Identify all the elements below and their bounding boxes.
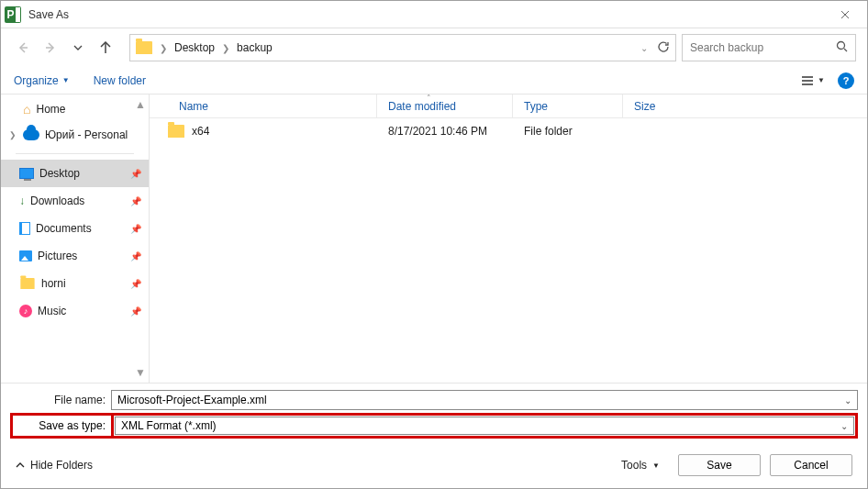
filetype-combo[interactable]: XML Format (*.xml) ⌄ bbox=[115, 417, 854, 435]
sidebar-item-downloads[interactable]: ↓ Downloads 📌 bbox=[1, 187, 149, 215]
refresh-button[interactable] bbox=[657, 40, 670, 56]
file-date: 8/17/2021 10:46 PM bbox=[377, 125, 513, 138]
svg-point-0 bbox=[838, 42, 845, 50]
nav-row: ❯ Desktop ❯ backup ⌄ bbox=[1, 28, 867, 67]
sidebar-item-pictures[interactable]: Pictures 📌 bbox=[1, 242, 149, 270]
sidebar: ⌂ Home ❯ Юрий - Personal Desktop 📌 ↓ Dow… bbox=[1, 94, 150, 383]
sidebar-item-label: Юрий - Personal bbox=[45, 128, 141, 141]
sidebar-item-music[interactable]: ♪ Music 📌 bbox=[1, 297, 149, 325]
sidebar-scrollbar[interactable]: ▲▼ bbox=[134, 98, 147, 379]
window-title: Save As bbox=[28, 8, 69, 21]
toolbar: Organize ▼ New folder ▼ ? bbox=[1, 67, 867, 94]
organize-label: Organize bbox=[14, 74, 59, 87]
column-date[interactable]: Date modified bbox=[377, 94, 513, 117]
nav-recent-button[interactable] bbox=[67, 37, 89, 59]
app-icon: P bbox=[5, 6, 21, 23]
sidebar-item-label: Home bbox=[36, 103, 141, 116]
save-button[interactable]: Save bbox=[678, 454, 761, 476]
divider bbox=[16, 153, 134, 154]
sort-indicator-icon: ˄ bbox=[427, 94, 431, 103]
save-fields: File name: ⌄ Save as type: XML Format (*… bbox=[1, 383, 867, 442]
sidebar-item-documents[interactable]: Documents 📌 bbox=[1, 215, 149, 242]
column-size[interactable]: Size bbox=[623, 94, 706, 117]
hide-folders-button[interactable]: Hide Folders bbox=[16, 459, 93, 472]
chevron-right-icon: ❯ bbox=[222, 43, 229, 53]
search-box[interactable] bbox=[682, 34, 856, 61]
tools-label: Tools bbox=[621, 459, 647, 472]
sidebar-item-label: Documents bbox=[36, 222, 125, 235]
chevron-up-icon bbox=[16, 462, 25, 468]
filename-row: File name: ⌄ bbox=[10, 389, 858, 411]
close-icon bbox=[840, 10, 850, 19]
search-input[interactable] bbox=[690, 41, 836, 54]
sidebar-item-onedrive[interactable]: ❯ Юрий - Personal bbox=[1, 122, 149, 148]
arrow-left-icon bbox=[17, 41, 29, 54]
file-row[interactable]: x64 8/17/2021 10:46 PM File folder bbox=[150, 118, 867, 144]
chevron-down-icon[interactable]: ⌄ bbox=[840, 421, 848, 431]
sidebar-item-label: horni bbox=[41, 277, 125, 290]
arrow-up-icon bbox=[99, 41, 112, 54]
sidebar-item-label: Downloads bbox=[30, 194, 125, 207]
download-icon: ↓ bbox=[19, 194, 25, 207]
chevron-down-icon: ▼ bbox=[62, 76, 70, 84]
music-icon: ♪ bbox=[19, 305, 32, 317]
help-button[interactable]: ? bbox=[838, 72, 854, 89]
filename-input[interactable] bbox=[117, 394, 844, 406]
sidebar-item-folder[interactable]: horni 📌 bbox=[1, 270, 149, 297]
chevron-down-icon: ▼ bbox=[652, 461, 660, 470]
folder-icon bbox=[20, 278, 34, 289]
search-icon bbox=[836, 40, 848, 55]
file-pane: ˄ Name Date modified Type Size x64 8/17/… bbox=[150, 94, 867, 383]
filetype-row: Save as type: XML Format (*.xml) ⌄ bbox=[10, 413, 858, 439]
sidebar-item-label: Desktop bbox=[39, 167, 125, 180]
chevron-right-icon[interactable]: ❯ bbox=[8, 130, 17, 139]
sidebar-item-desktop[interactable]: Desktop 📌 bbox=[1, 160, 149, 187]
nav-up-button[interactable] bbox=[95, 37, 117, 59]
chevron-down-icon bbox=[73, 45, 83, 50]
breadcrumb-part[interactable]: backup bbox=[237, 41, 273, 54]
sidebar-item-home[interactable]: ⌂ Home bbox=[1, 96, 149, 122]
cloud-icon bbox=[23, 129, 39, 140]
address-bar[interactable]: ❯ Desktop ❯ backup ⌄ bbox=[129, 34, 676, 61]
nav-back-button[interactable] bbox=[12, 37, 34, 59]
body: ⌂ Home ❯ Юрий - Personal Desktop 📌 ↓ Dow… bbox=[1, 94, 867, 383]
file-type: File folder bbox=[513, 125, 623, 138]
close-button[interactable] bbox=[827, 1, 863, 28]
new-folder-button[interactable]: New folder bbox=[94, 74, 146, 87]
view-menu-button[interactable]: ▼ bbox=[801, 75, 825, 86]
filename-label: File name: bbox=[10, 394, 111, 406]
column-type[interactable]: Type bbox=[513, 94, 623, 117]
footer: Hide Folders Tools ▼ Save Cancel bbox=[1, 442, 867, 488]
chevron-down-icon[interactable]: ⌄ bbox=[844, 395, 851, 406]
filetype-value: XML Format (*.xml) bbox=[121, 419, 840, 432]
hide-folders-label: Hide Folders bbox=[30, 459, 93, 472]
filename-combo[interactable]: ⌄ bbox=[111, 390, 858, 410]
column-name[interactable]: Name bbox=[150, 94, 377, 117]
folder-icon bbox=[136, 41, 152, 54]
file-name: x64 bbox=[192, 125, 209, 138]
chevron-down-icon[interactable]: ⌄ bbox=[640, 43, 648, 53]
sidebar-item-label: Music bbox=[38, 305, 125, 317]
refresh-icon bbox=[657, 40, 670, 53]
desktop-icon bbox=[19, 168, 34, 179]
chevron-right-icon: ❯ bbox=[160, 43, 167, 53]
breadcrumb-part[interactable]: Desktop bbox=[174, 41, 215, 54]
column-headers: Name Date modified Type Size bbox=[150, 94, 867, 118]
organize-button[interactable]: Organize ▼ bbox=[14, 74, 70, 87]
document-icon bbox=[19, 222, 30, 235]
cancel-button[interactable]: Cancel bbox=[770, 454, 852, 476]
nav-forward-button[interactable] bbox=[39, 37, 61, 59]
pictures-icon bbox=[19, 250, 32, 261]
chevron-down-icon: ▼ bbox=[818, 76, 825, 84]
arrow-right-icon bbox=[44, 41, 57, 54]
titlebar: P Save As bbox=[1, 1, 867, 28]
filetype-label: Save as type: bbox=[39, 419, 106, 432]
list-view-icon bbox=[801, 75, 814, 86]
new-folder-label: New folder bbox=[94, 74, 146, 87]
folder-icon bbox=[168, 125, 184, 138]
sidebar-item-label: Pictures bbox=[38, 250, 125, 262]
home-icon: ⌂ bbox=[23, 102, 30, 117]
tools-button[interactable]: Tools ▼ bbox=[621, 459, 660, 472]
